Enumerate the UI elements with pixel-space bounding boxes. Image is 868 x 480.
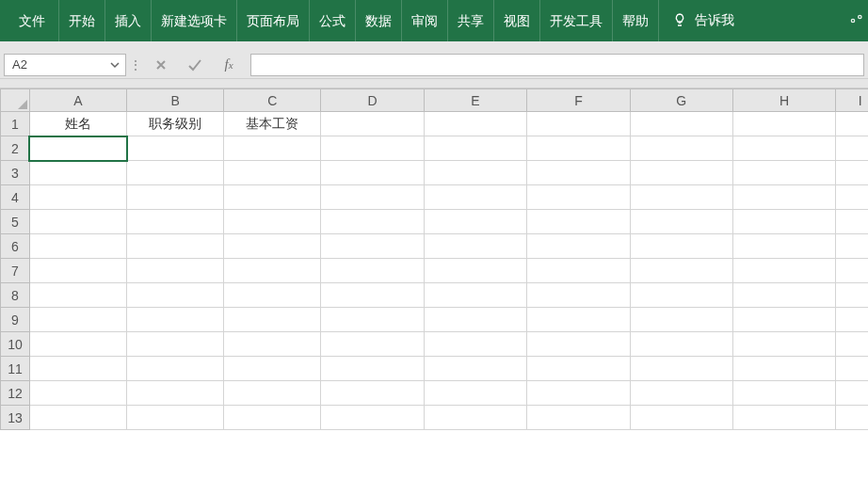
cell[interactable] xyxy=(732,332,835,357)
cell[interactable] xyxy=(127,210,224,234)
cell[interactable] xyxy=(127,406,224,430)
cell[interactable] xyxy=(836,308,868,332)
cell[interactable] xyxy=(630,283,732,308)
cell[interactable] xyxy=(321,185,424,210)
cell[interactable] xyxy=(29,308,126,332)
cell[interactable] xyxy=(732,259,835,283)
cell[interactable] xyxy=(321,136,424,161)
fx-icon[interactable]: fx xyxy=(220,56,237,73)
cell[interactable] xyxy=(224,381,321,406)
row-header[interactable]: 2 xyxy=(1,136,30,161)
cell[interactable] xyxy=(224,308,321,332)
col-header[interactable]: D xyxy=(321,89,424,112)
cell[interactable] xyxy=(527,259,630,283)
tell-me-search[interactable]: 告诉我 xyxy=(665,0,742,41)
cell[interactable] xyxy=(224,357,321,381)
row-header[interactable]: 13 xyxy=(1,406,30,430)
ribbon-tab-review[interactable]: 审阅 xyxy=(402,0,448,41)
ribbon-tab-formulas[interactable]: 公式 xyxy=(310,0,356,41)
cell[interactable] xyxy=(224,332,321,357)
cell[interactable] xyxy=(732,112,835,136)
cell[interactable]: 姓名 xyxy=(29,112,126,136)
cell[interactable] xyxy=(527,136,630,161)
cell[interactable] xyxy=(424,161,526,185)
ribbon-tab-newtab[interactable]: 新建选项卡 xyxy=(152,0,237,41)
cell[interactable] xyxy=(127,259,224,283)
cell[interactable] xyxy=(224,283,321,308)
select-all-corner[interactable] xyxy=(1,89,30,112)
cell[interactable] xyxy=(527,308,630,332)
row-header[interactable]: 7 xyxy=(1,259,30,283)
cell[interactable] xyxy=(836,234,868,259)
cell[interactable]: 基本工资 xyxy=(224,112,321,136)
cell[interactable] xyxy=(836,332,868,357)
cell[interactable] xyxy=(630,234,732,259)
cell[interactable] xyxy=(224,234,321,259)
cell[interactable] xyxy=(732,234,835,259)
cell[interactable] xyxy=(732,210,835,234)
name-box[interactable]: A2 xyxy=(4,54,126,76)
cell[interactable] xyxy=(836,259,868,283)
cell[interactable] xyxy=(224,136,321,161)
cell[interactable] xyxy=(527,234,630,259)
cell[interactable] xyxy=(29,332,126,357)
cell[interactable] xyxy=(321,381,424,406)
cell[interactable] xyxy=(424,136,526,161)
cell[interactable] xyxy=(630,210,732,234)
cell[interactable] xyxy=(321,406,424,430)
cell[interactable] xyxy=(836,136,868,161)
cell[interactable] xyxy=(424,308,526,332)
ribbon-tab-help[interactable]: 帮助 xyxy=(613,0,659,41)
row-header[interactable]: 11 xyxy=(1,357,30,381)
cell[interactable] xyxy=(321,161,424,185)
cell[interactable] xyxy=(732,161,835,185)
cell[interactable] xyxy=(527,210,630,234)
cell[interactable]: 职务级别 xyxy=(127,112,224,136)
col-header[interactable]: G xyxy=(630,89,732,112)
cell[interactable] xyxy=(224,210,321,234)
cell[interactable] xyxy=(732,185,835,210)
cell[interactable] xyxy=(527,332,630,357)
cell[interactable] xyxy=(836,357,868,381)
cell[interactable] xyxy=(224,406,321,430)
col-header[interactable]: I xyxy=(836,89,868,112)
cell[interactable] xyxy=(321,283,424,308)
cell[interactable] xyxy=(424,332,526,357)
cell[interactable] xyxy=(527,357,630,381)
cell[interactable] xyxy=(127,161,224,185)
cell[interactable] xyxy=(29,406,126,430)
cell[interactable] xyxy=(321,234,424,259)
cell[interactable] xyxy=(527,112,630,136)
formula-input[interactable] xyxy=(250,54,864,76)
cell[interactable] xyxy=(527,185,630,210)
spreadsheet-grid[interactable]: A B C D E F G H I 1姓名职务级别基本工资23456789101… xyxy=(0,88,868,480)
cell[interactable] xyxy=(424,283,526,308)
ribbon-tab-pagelayout[interactable]: 页面布局 xyxy=(237,0,310,41)
cell[interactable] xyxy=(527,161,630,185)
cell[interactable] xyxy=(127,332,224,357)
cell[interactable] xyxy=(732,406,835,430)
cell[interactable] xyxy=(630,112,732,136)
ribbon-tab-view[interactable]: 视图 xyxy=(494,0,540,41)
row-header[interactable]: 1 xyxy=(1,112,30,136)
col-header[interactable]: E xyxy=(424,89,526,112)
cell[interactable] xyxy=(29,381,126,406)
cell[interactable] xyxy=(321,210,424,234)
cell[interactable] xyxy=(127,185,224,210)
cell[interactable] xyxy=(630,308,732,332)
cell[interactable] xyxy=(224,161,321,185)
cell[interactable] xyxy=(836,283,868,308)
cancel-icon[interactable] xyxy=(153,56,169,73)
cell[interactable] xyxy=(424,234,526,259)
cell[interactable] xyxy=(424,406,526,430)
ribbon-tab-file[interactable]: 文件 xyxy=(6,0,59,41)
cell[interactable] xyxy=(630,259,732,283)
cell[interactable] xyxy=(836,161,868,185)
enter-icon[interactable] xyxy=(186,56,203,73)
cell[interactable] xyxy=(29,283,126,308)
row-header[interactable]: 12 xyxy=(1,381,30,406)
col-header[interactable]: A xyxy=(29,89,126,112)
cell[interactable] xyxy=(424,112,526,136)
cell[interactable] xyxy=(29,185,126,210)
col-header[interactable]: C xyxy=(224,89,321,112)
